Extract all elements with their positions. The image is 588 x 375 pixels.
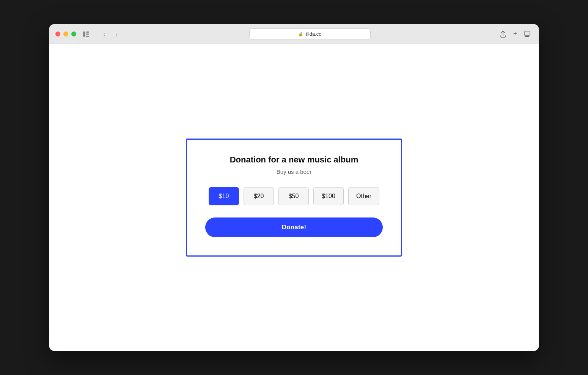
nav-buttons: ‹ › (99, 29, 122, 39)
svg-rect-0 (83, 32, 85, 37)
svg-rect-3 (86, 36, 89, 37)
page-content: Donation for a new music album Buy us a … (49, 44, 539, 351)
close-button[interactable] (55, 32, 60, 36)
forward-icon: › (116, 31, 118, 37)
amount-20-button[interactable]: $20 (244, 187, 274, 205)
back-button[interactable]: ‹ (99, 29, 110, 39)
browser-window: ‹ › 🔒 tilda.cc + (49, 24, 539, 351)
maximize-button[interactable] (71, 32, 76, 36)
address-bar[interactable]: 🔒 tilda.cc (249, 28, 371, 40)
back-icon: ‹ (104, 31, 105, 37)
svg-rect-5 (525, 36, 529, 37)
forward-button[interactable]: › (111, 29, 122, 39)
card-title: Donation for a new music album (230, 155, 358, 165)
new-tab-button[interactable]: + (510, 29, 520, 39)
amount-10-button[interactable]: $10 (209, 187, 239, 205)
minimize-button[interactable] (63, 32, 68, 36)
amount-other-button[interactable]: Other (348, 187, 379, 205)
lock-icon: 🔒 (298, 32, 303, 36)
tabs-overview-button[interactable] (522, 29, 533, 39)
svg-rect-2 (86, 33, 89, 35)
title-bar: ‹ › 🔒 tilda.cc + (49, 24, 539, 44)
amount-100-button[interactable]: $100 (313, 187, 344, 205)
svg-rect-1 (86, 32, 89, 33)
share-button[interactable] (498, 29, 508, 39)
amount-50-button[interactable]: $50 (278, 187, 309, 205)
address-bar-container: 🔒 tilda.cc (126, 28, 493, 40)
new-tab-icon: + (513, 30, 517, 38)
url-text: tilda.cc (306, 31, 321, 37)
svg-rect-4 (524, 32, 530, 35)
traffic-lights (55, 32, 76, 36)
sidebar-toggle-button[interactable] (81, 29, 91, 39)
card-subtitle: Buy us a beer (277, 169, 312, 175)
donate-button[interactable]: Donate! (205, 217, 383, 237)
amount-options: $10 $20 $50 $100 Other (209, 187, 379, 205)
donation-card: Donation for a new music album Buy us a … (186, 139, 402, 257)
toolbar-right: + (498, 29, 533, 39)
